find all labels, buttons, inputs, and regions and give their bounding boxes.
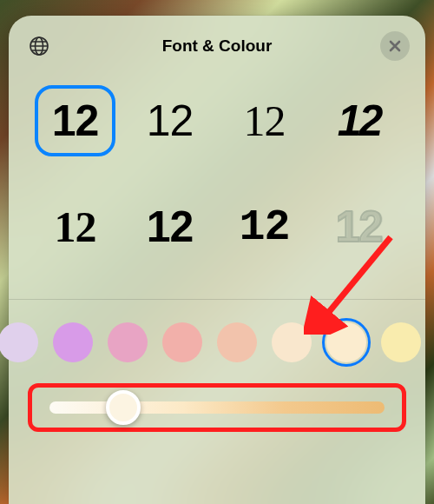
font-option-0[interactable]: 12: [38, 89, 112, 153]
sheet-title: Font & Colour: [54, 36, 380, 56]
slider-thumb[interactable]: [106, 390, 141, 425]
color-swatch-row: [0, 300, 425, 383]
color-swatch-6[interactable]: [326, 322, 366, 362]
font-option-2[interactable]: 12: [227, 89, 301, 153]
color-swatch-2[interactable]: [108, 322, 148, 362]
color-swatch-3[interactable]: [162, 322, 202, 362]
annotation-highlight-box: [28, 383, 406, 432]
font-option-1[interactable]: 12: [133, 89, 207, 153]
color-swatch-5[interactable]: [272, 322, 312, 362]
language-button[interactable]: [24, 31, 54, 61]
globe-icon: [29, 36, 49, 56]
color-swatch-1[interactable]: [53, 322, 93, 362]
font-option-7[interactable]: 12: [322, 195, 396, 259]
color-swatch-7[interactable]: [381, 322, 421, 362]
close-icon: [389, 40, 401, 52]
sheet-header: Font & Colour: [9, 31, 425, 73]
font-option-6[interactable]: 12: [227, 195, 301, 259]
font-option-5[interactable]: 12: [133, 195, 207, 259]
font-colour-sheet: Font & Colour 12 12 12 12 12 12 12 12: [9, 16, 425, 504]
font-option-3[interactable]: 12: [322, 89, 396, 153]
close-button[interactable]: [380, 31, 410, 61]
font-option-4[interactable]: 12: [38, 195, 112, 259]
color-swatch-4[interactable]: [217, 322, 257, 362]
font-style-grid: 12 12 12 12 12 12 12 12: [9, 73, 425, 299]
intensity-slider[interactable]: [49, 401, 385, 414]
color-swatch-0[interactable]: [0, 322, 38, 362]
